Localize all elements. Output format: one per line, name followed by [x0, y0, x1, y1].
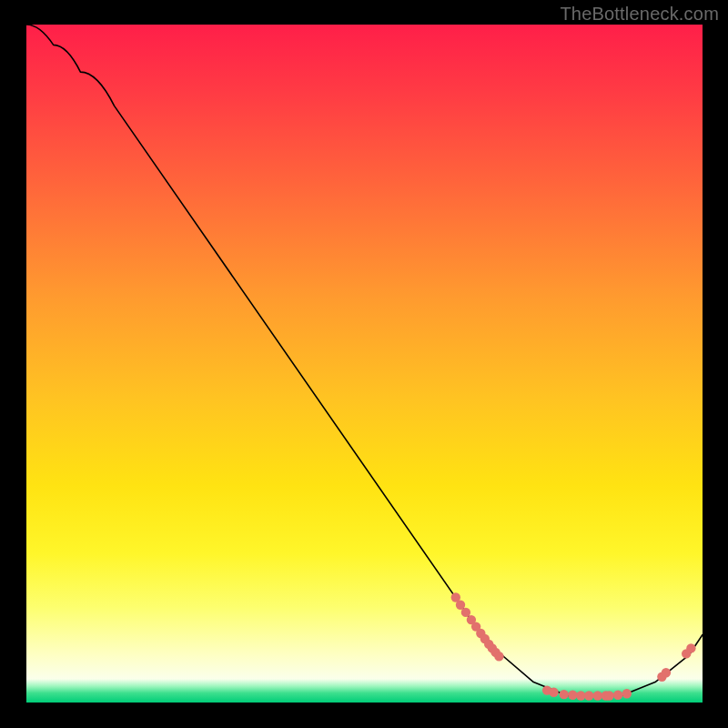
data-point [560, 690, 569, 699]
data-point [686, 643, 695, 652]
data-point [613, 691, 622, 700]
marker-layer [451, 592, 696, 700]
data-point [576, 691, 585, 700]
data-point [604, 691, 613, 700]
bottleneck-curve-path [26, 25, 703, 696]
chart-stage: TheBottleneck.com [0, 0, 728, 728]
data-point [494, 652, 503, 661]
data-point [584, 691, 593, 700]
data-point [549, 688, 558, 697]
watermark-text: TheBottleneck.com [560, 4, 719, 25]
bottleneck-curve-svg [26, 25, 703, 703]
plot-area [26, 25, 703, 703]
data-point [568, 691, 577, 700]
data-point [622, 689, 632, 698]
data-point [593, 691, 602, 700]
data-point [662, 668, 671, 677]
